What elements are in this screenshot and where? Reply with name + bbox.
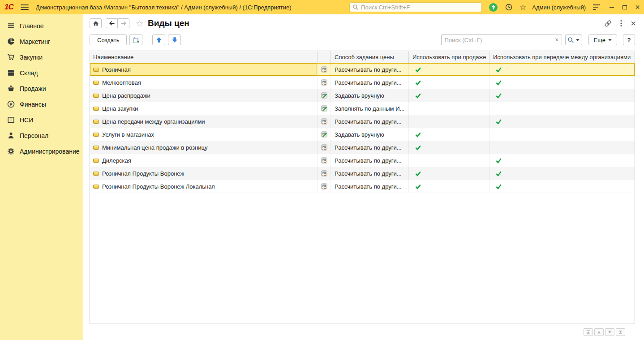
price-type-icon xyxy=(93,133,99,137)
maximize-button[interactable] xyxy=(618,0,631,14)
ruble-icon: Р xyxy=(7,100,15,108)
checkmark-icon xyxy=(493,118,502,125)
price-method: Заполнять по данным И... xyxy=(331,102,409,115)
price-method: Рассчитывать по други... xyxy=(331,154,409,167)
sidebar-item-sales[interactable]: Продажи xyxy=(0,81,83,96)
close-page-button[interactable]: × xyxy=(631,19,636,28)
checkmark-icon xyxy=(493,92,502,99)
service-menu-button[interactable] xyxy=(592,4,601,10)
basket-icon xyxy=(7,85,15,92)
use-on-transfer-cell xyxy=(489,128,635,141)
sidebar-item-label: Главное xyxy=(20,22,44,30)
favorite-star-icon[interactable]: ☆ xyxy=(136,19,143,28)
calc-method-icon xyxy=(321,66,327,73)
link-button[interactable] xyxy=(604,20,612,27)
global-search-box[interactable] xyxy=(349,2,482,12)
minimize-icon xyxy=(610,7,614,8)
close-icon: × xyxy=(635,3,640,11)
price-method: Рассчитывать по други... xyxy=(331,76,409,89)
table-row[interactable]: ДилерскаяРассчитывать по други... xyxy=(90,154,635,167)
window-title: Демонстрационная база /Магазин "Бытовая … xyxy=(36,4,292,11)
column-header[interactable]: Использовать при передаче между организа… xyxy=(489,51,635,63)
move-up-button[interactable] xyxy=(152,34,165,45)
clear-search-button[interactable]: × xyxy=(552,34,562,45)
checkmark-icon xyxy=(493,183,502,190)
list-toolbar: Создать × Еще ? xyxy=(83,32,644,50)
table-header: НаименованиеСпособ задания ценыИспользов… xyxy=(90,51,635,63)
use-on-sale-cell xyxy=(409,63,489,76)
favorites-button[interactable]: ☆ xyxy=(519,4,526,11)
help-button[interactable]: ? xyxy=(623,34,635,45)
sidebar-item-finance[interactable]: РФинансы xyxy=(0,96,83,112)
more-actions-button[interactable] xyxy=(620,20,622,27)
page-title: Виды цен xyxy=(148,18,189,28)
go-top-button[interactable] xyxy=(584,328,593,336)
dropdown-caret-icon xyxy=(608,39,612,41)
search-icon xyxy=(567,37,574,43)
search-options-button[interactable] xyxy=(565,34,582,45)
go-up-button[interactable] xyxy=(594,328,604,336)
table-row[interactable]: Цена закупкиЗаполнять по данным И... xyxy=(90,102,635,115)
table-row[interactable]: Минимальная цена продажи в розницуРассчи… xyxy=(90,141,635,154)
checkmark-icon xyxy=(493,170,502,177)
column-header[interactable] xyxy=(318,51,331,63)
back-button[interactable] xyxy=(106,18,118,28)
checkmark-icon xyxy=(412,170,421,177)
price-types-table: НаименованиеСпособ задания ценыИспользов… xyxy=(90,51,635,323)
calc-method-icon xyxy=(321,144,327,151)
table-row[interactable]: Цена распродажиЗадавать вручную xyxy=(90,89,635,102)
calc-method-icon xyxy=(321,118,327,125)
list-scroll-nav xyxy=(584,328,625,336)
notifications-icon xyxy=(489,3,498,12)
checkmark-icon xyxy=(412,144,421,151)
create-button[interactable]: Создать xyxy=(90,34,127,45)
sidebar-item-purchases[interactable]: Закупки xyxy=(0,49,83,65)
sidebar-item-label: Склад xyxy=(20,69,38,77)
global-search-input[interactable] xyxy=(361,4,479,11)
table-row[interactable]: Розничная Продукты Воронеж ЛокальнаяРасс… xyxy=(90,180,635,193)
notifications-button[interactable] xyxy=(489,3,498,12)
minimize-button[interactable] xyxy=(605,0,618,14)
table-row[interactable]: МелкооптоваяРассчитывать по други... xyxy=(90,76,635,89)
sidebar-item-administration[interactable]: Администрирование xyxy=(0,143,83,159)
person-icon xyxy=(7,132,15,139)
price-name: Услуги в магазинах xyxy=(102,131,154,138)
column-header[interactable]: Способ задания цены xyxy=(331,51,409,63)
column-header[interactable]: Использовать при продаже xyxy=(409,51,489,63)
go-bottom-button[interactable] xyxy=(616,328,625,336)
price-type-icon xyxy=(93,159,99,163)
go-down-button[interactable] xyxy=(605,328,614,336)
sidebar-item-label: Администрирование xyxy=(20,148,80,155)
price-method: Рассчитывать по други... xyxy=(331,180,409,193)
go-up-icon xyxy=(597,330,601,334)
copy-button[interactable] xyxy=(129,34,142,45)
checkmark-icon xyxy=(412,131,421,138)
table-row[interactable]: Розничная Продукты ВоронежРассчитывать п… xyxy=(90,167,635,180)
boxes-icon xyxy=(7,69,15,77)
forward-button[interactable] xyxy=(117,18,129,28)
favorites-star-icon: ☆ xyxy=(519,4,526,11)
main-area: ☆ Виды цен × Создать × xyxy=(83,14,644,340)
price-method: Рассчитывать по други... xyxy=(331,63,409,76)
history-button[interactable] xyxy=(505,3,513,11)
column-header[interactable]: Наименование xyxy=(90,51,318,63)
home-icon xyxy=(92,20,99,27)
sidebar-item-staff[interactable]: Персонал xyxy=(0,128,83,143)
sidebar-item-main[interactable]: Главное xyxy=(0,18,83,34)
home-button[interactable] xyxy=(90,18,102,28)
sidebar-item-nsi[interactable]: НСИ xyxy=(0,112,83,128)
main-menu-button[interactable] xyxy=(21,4,29,10)
more-menu-button[interactable]: Еще xyxy=(588,34,617,45)
move-down-button[interactable] xyxy=(168,34,181,45)
sidebar-item-marketing[interactable]: Маркетинг xyxy=(0,34,83,49)
sidebar-item-warehouse[interactable]: Склад xyxy=(0,65,83,81)
close-button[interactable]: × xyxy=(631,0,644,14)
history-icon xyxy=(505,3,513,11)
table-row[interactable]: РозничнаяРассчитывать по други... xyxy=(90,63,635,76)
table-row[interactable]: Услуги в магазинахЗадавать вручную xyxy=(90,128,635,141)
list-search-input[interactable] xyxy=(441,34,552,45)
price-name: Дилерская xyxy=(102,157,131,164)
use-on-transfer-cell xyxy=(489,63,635,76)
calc-method-icon xyxy=(321,79,327,86)
table-row[interactable]: Цена передачи между организациямиРассчит… xyxy=(90,115,635,128)
